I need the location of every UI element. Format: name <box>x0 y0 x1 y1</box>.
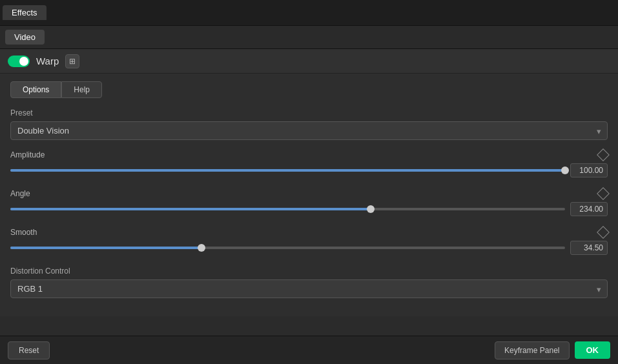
amplitude-keyframe-icon[interactable] <box>597 148 610 161</box>
ok-button[interactable]: OK <box>575 341 611 359</box>
option-buttons: Options Help <box>10 81 608 98</box>
distortion-select-wrap: RGB 1 RGB 2 Luma ▾ <box>10 279 608 298</box>
tab-effects[interactable]: Effects <box>3 5 46 20</box>
amplitude-slider-row: Amplitude 100.00 <box>10 150 608 177</box>
options-button[interactable]: Options <box>10 81 61 98</box>
sub-bar: Video <box>0 26 618 49</box>
angle-keyframe-icon[interactable] <box>597 187 610 200</box>
reset-button[interactable]: Reset <box>8 341 50 359</box>
smooth-value[interactable]: 34.50 <box>570 241 608 255</box>
distortion-section: Distortion Control RGB 1 RGB 2 Luma ▾ <box>10 267 608 298</box>
warp-label: Warp <box>36 56 59 66</box>
amplitude-track[interactable] <box>10 169 565 172</box>
warp-row: Warp ⊞ <box>0 49 618 74</box>
angle-track[interactable] <box>10 208 565 210</box>
bottom-right-actions: Keyframe Panel OK <box>495 341 610 359</box>
preset-select[interactable]: Double Vision Ripple Wave Bulge Pinch <box>10 121 608 140</box>
top-bar: Effects <box>0 0 618 26</box>
amplitude-label: Amplitude <box>10 150 45 159</box>
distortion-select[interactable]: RGB 1 RGB 2 Luma <box>10 279 608 298</box>
smooth-keyframe-icon[interactable] <box>597 226 610 239</box>
help-button[interactable]: Help <box>61 81 102 98</box>
content-area: Options Help Preset Double Vision Ripple… <box>0 74 618 316</box>
preset-select-wrap: Double Vision Ripple Wave Bulge Pinch ▾ <box>10 121 608 140</box>
bottom-bar: Reset Keyframe Panel OK <box>0 336 618 364</box>
warp-toggle[interactable] <box>8 56 30 67</box>
smooth-slider-row: Smooth 34.50 <box>10 228 608 255</box>
angle-label: Angle <box>10 189 30 198</box>
distortion-label: Distortion Control <box>10 267 608 276</box>
amplitude-value[interactable]: 100.00 <box>570 163 608 177</box>
angle-slider-row: Angle 234.00 <box>10 189 608 216</box>
warp-icon: ⊞ <box>69 57 76 66</box>
smooth-label: Smooth <box>10 228 37 237</box>
smooth-track[interactable] <box>10 247 565 249</box>
warp-icon-btn[interactable]: ⊞ <box>65 54 79 68</box>
preset-label: Preset <box>10 108 608 117</box>
keyframe-panel-button[interactable]: Keyframe Panel <box>495 341 569 359</box>
angle-value[interactable]: 234.00 <box>570 202 608 216</box>
tab-video[interactable]: Video <box>5 30 45 45</box>
